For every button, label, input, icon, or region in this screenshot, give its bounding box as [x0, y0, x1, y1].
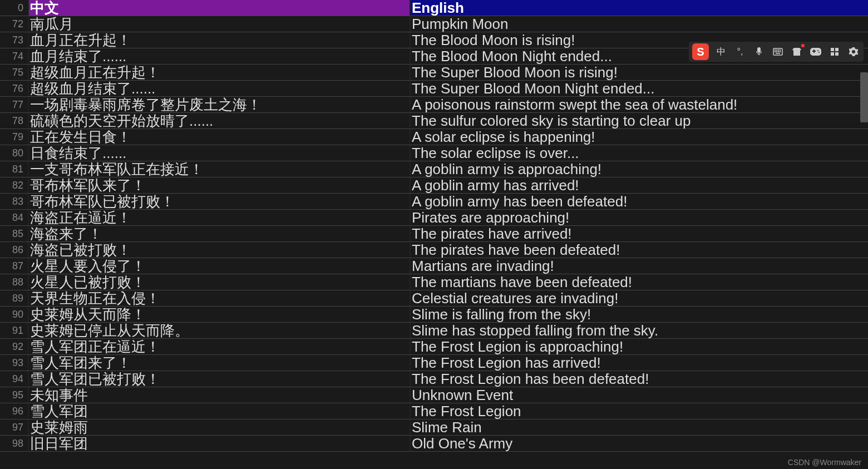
row-number[interactable]: 89 [0, 290, 29, 306]
table-row[interactable]: 81一支哥布林军队正在接近！A goblin army is approachi… [0, 161, 868, 177]
cell-chinese[interactable]: 火星人要入侵了！ [29, 258, 411, 274]
table-row[interactable]: 77一场剧毒暴雨席卷了整片废土之海！A poisonous rainstorm … [0, 97, 868, 113]
table-row[interactable]: 87火星人要入侵了！Martians are invading! [0, 258, 868, 274]
table-row[interactable]: 82哥布林军队来了！A goblin army has arrived! [0, 177, 868, 194]
sogou-ime-icon[interactable]: S [692, 43, 709, 60]
row-number[interactable]: 76 [0, 81, 29, 96]
row-number[interactable]: 95 [0, 387, 29, 403]
row-number[interactable]: 80 [0, 145, 29, 161]
cell-chinese[interactable]: 火星人已被打败！ [29, 274, 411, 290]
row-number[interactable]: 93 [0, 355, 29, 371]
grid-apps-icon[interactable] [828, 45, 841, 58]
row-number[interactable]: 83 [0, 194, 29, 209]
cell-english[interactable]: A solar eclipse is happening! [411, 129, 868, 145]
table-row[interactable]: 79正在发生日食！A solar eclipse is happening! [0, 129, 868, 145]
row-number[interactable]: 82 [0, 177, 29, 193]
cell-english[interactable]: The solar eclipse is over... [411, 145, 868, 161]
row-number-header[interactable]: 0 [0, 0, 29, 16]
row-number[interactable]: 73 [0, 32, 29, 48]
cell-english[interactable]: Slime has stopped falling from the sky. [411, 323, 868, 338]
row-number[interactable]: 77 [0, 97, 29, 112]
cell-english[interactable]: Martians are invading! [411, 258, 868, 274]
cell-english[interactable]: Unknown Event [411, 387, 868, 403]
cell-english[interactable]: A goblin army has arrived! [411, 177, 868, 193]
row-number[interactable]: 94 [0, 371, 29, 387]
cell-english[interactable]: The sulfur colored sky is starting to cl… [411, 113, 868, 129]
table-row[interactable]: 92雪人军团正在逼近！The Frost Legion is approachi… [0, 339, 868, 355]
cell-chinese[interactable]: 史莱姆已停止从天而降。 [29, 323, 411, 338]
keyboard-icon[interactable] [771, 45, 785, 58]
cell-chinese[interactable]: 一支哥布林军队正在接近！ [29, 161, 411, 177]
row-number[interactable]: 72 [0, 16, 29, 32]
cell-chinese[interactable]: 日食结束了...... [29, 145, 411, 161]
table-row[interactable]: 84海盗正在逼近！Pirates are approaching! [0, 210, 868, 226]
cell-english[interactable]: The Super Blood Moon Night ended... [411, 81, 868, 96]
cell-english[interactable]: Celestial creatures are invading! [411, 290, 868, 306]
cell-chinese[interactable]: 海盗已被打败！ [29, 242, 411, 258]
cell-english[interactable]: A goblin army has been defeated! [411, 194, 868, 209]
row-number[interactable]: 97 [0, 419, 29, 435]
vertical-scrollbar[interactable] [860, 72, 868, 122]
cell-english[interactable]: Pirates are approaching! [411, 210, 868, 225]
cell-english[interactable]: The martians have been defeated! [411, 274, 868, 290]
table-row[interactable]: 91史莱姆已停止从天而降。Slime has stopped falling f… [0, 323, 868, 339]
table-row[interactable]: 93雪人军团来了！The Frost Legion has arrived! [0, 355, 868, 371]
cell-english[interactable]: The pirates have been defeated! [411, 242, 868, 258]
row-number[interactable]: 79 [0, 129, 29, 145]
row-number[interactable]: 86 [0, 242, 29, 258]
cell-english[interactable]: The Frost Legion has been defeated! [411, 371, 868, 387]
cell-english[interactable]: Slime is falling from the sky! [411, 307, 868, 322]
row-number[interactable]: 74 [0, 48, 29, 64]
row-number[interactable]: 78 [0, 113, 29, 129]
cell-chinese[interactable]: 雪人军团 [29, 403, 411, 419]
cell-english[interactable]: Old One's Army [411, 436, 868, 451]
cell-chinese[interactable]: 超级血月正在升起！ [29, 65, 411, 80]
cell-chinese[interactable]: 血月结束了...... [29, 48, 411, 64]
table-row[interactable]: 94雪人军团已被打败！The Frost Legion has been def… [0, 371, 868, 387]
row-number[interactable]: 87 [0, 258, 29, 274]
cell-english[interactable]: The Frost Legion has arrived! [411, 355, 868, 371]
cell-chinese[interactable]: 史莱姆从天而降！ [29, 307, 411, 322]
row-number[interactable]: 96 [0, 403, 29, 419]
table-row[interactable]: 90史莱姆从天而降！Slime is falling from the sky! [0, 307, 868, 323]
row-number[interactable]: 75 [0, 65, 29, 80]
cell-chinese[interactable]: 海盗来了！ [29, 226, 411, 241]
cell-chinese[interactable]: 哥布林军队来了！ [29, 177, 411, 193]
cell-english[interactable]: A goblin army is approaching! [411, 161, 868, 177]
cell-chinese[interactable]: 哥布林军队已被打败！ [29, 194, 411, 209]
row-number[interactable]: 84 [0, 210, 29, 225]
row-number[interactable]: 85 [0, 226, 29, 241]
cell-chinese[interactable]: 海盗正在逼近！ [29, 210, 411, 225]
row-number[interactable]: 88 [0, 274, 29, 290]
table-row[interactable]: 76超级血月结束了......The Super Blood Moon Nigh… [0, 81, 868, 97]
cell-chinese[interactable]: 未知事件 [29, 387, 411, 403]
table-row[interactable]: 72南瓜月Pumpkin Moon [0, 16, 868, 32]
cell-english[interactable]: The Frost Legion [411, 403, 868, 419]
cell-chinese[interactable]: 一场剧毒暴雨席卷了整片废土之海！ [29, 97, 411, 112]
microphone-icon[interactable] [752, 45, 766, 58]
cell-chinese[interactable]: 雪人军团正在逼近！ [29, 339, 411, 354]
cell-chinese[interactable]: 雪人军团已被打败！ [29, 371, 411, 387]
game-controller-icon[interactable] [809, 45, 822, 58]
table-row[interactable]: 88火星人已被打败！The martians have been defeate… [0, 274, 868, 290]
cell-english[interactable]: The Frost Legion is approaching! [411, 339, 868, 354]
cell-english[interactable]: The Super Blood Moon is rising! [411, 65, 868, 80]
cell-chinese[interactable]: 史莱姆雨 [29, 419, 411, 435]
punctuation-icon[interactable]: °, [733, 45, 747, 58]
cell-chinese[interactable]: 天界生物正在入侵！ [29, 290, 411, 306]
language-indicator[interactable]: 中 [714, 45, 728, 58]
table-row[interactable]: 98旧日军团Old One's Army [0, 436, 868, 452]
cell-english[interactable]: Slime Rain [411, 419, 868, 435]
row-number[interactable]: 90 [0, 307, 29, 322]
cell-english[interactable]: The pirates have arrived! [411, 226, 868, 241]
table-row[interactable]: 96雪人军团The Frost Legion [0, 403, 868, 419]
settings-gear-icon[interactable] [847, 45, 860, 58]
table-row[interactable]: 95未知事件Unknown Event [0, 387, 868, 403]
table-row[interactable]: 86海盗已被打败！The pirates have been defeated! [0, 242, 868, 258]
cell-chinese[interactable]: 超级血月结束了...... [29, 81, 411, 96]
table-row[interactable]: 85海盗来了！The pirates have arrived! [0, 226, 868, 242]
cell-chinese[interactable]: 正在发生日食！ [29, 129, 411, 145]
table-row[interactable]: 78硫磺色的天空开始放晴了......The sulfur colored sk… [0, 113, 868, 129]
column-header-chinese[interactable]: 中文 [29, 0, 411, 16]
cell-chinese[interactable]: 旧日军团 [29, 436, 411, 451]
